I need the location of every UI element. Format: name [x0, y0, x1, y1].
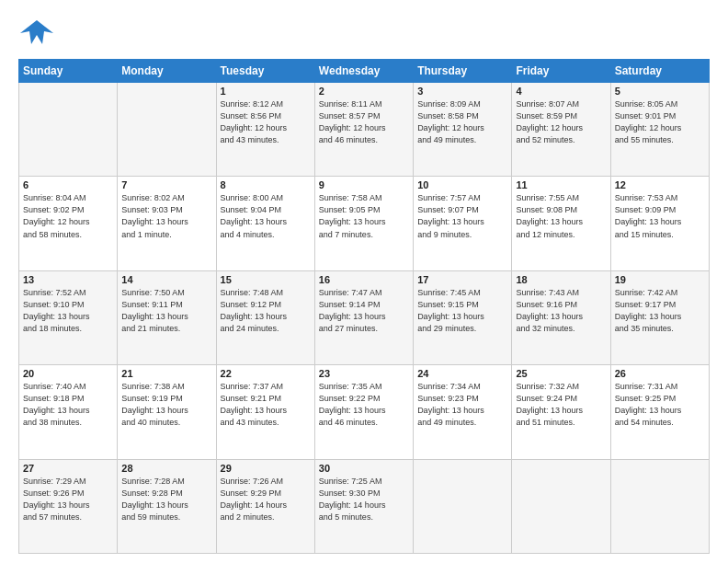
- day-info: Sunrise: 7:52 AM Sunset: 9:10 PM Dayligh…: [23, 287, 113, 335]
- calendar-cell: 29Sunrise: 7:26 AM Sunset: 9:29 PM Dayli…: [216, 459, 314, 553]
- weekday-header-saturday: Saturday: [610, 60, 709, 83]
- calendar-cell: 2Sunrise: 8:11 AM Sunset: 8:57 PM Daylig…: [314, 83, 413, 177]
- calendar-cell: 13Sunrise: 7:52 AM Sunset: 9:10 PM Dayli…: [19, 270, 118, 364]
- calendar-cell: 19Sunrise: 7:42 AM Sunset: 9:17 PM Dayli…: [610, 270, 709, 364]
- day-info: Sunrise: 7:53 AM Sunset: 9:09 PM Dayligh…: [615, 192, 705, 240]
- calendar-cell: 3Sunrise: 8:09 AM Sunset: 8:58 PM Daylig…: [414, 83, 512, 177]
- day-number: 1: [221, 86, 311, 97]
- calendar-cell: 24Sunrise: 7:34 AM Sunset: 9:23 PM Dayli…: [414, 365, 512, 459]
- day-number: 21: [121, 368, 211, 379]
- calendar-week-2: 6Sunrise: 8:04 AM Sunset: 9:02 PM Daylig…: [19, 177, 710, 270]
- calendar-cell: 20Sunrise: 7:40 AM Sunset: 9:18 PM Dayli…: [19, 365, 118, 459]
- day-info: Sunrise: 8:12 AM Sunset: 8:56 PM Dayligh…: [221, 98, 311, 146]
- day-number: 12: [615, 179, 705, 190]
- calendar-cell: [414, 459, 512, 553]
- day-info: Sunrise: 7:28 AM Sunset: 9:28 PM Dayligh…: [121, 476, 211, 523]
- day-number: 29: [221, 463, 311, 474]
- calendar-cell: 1Sunrise: 8:12 AM Sunset: 8:56 PM Daylig…: [216, 83, 314, 177]
- calendar-cell: 23Sunrise: 7:35 AM Sunset: 9:22 PM Dayli…: [314, 365, 413, 459]
- weekday-header-sunday: Sunday: [19, 60, 118, 83]
- day-info: Sunrise: 7:32 AM Sunset: 9:24 PM Dayligh…: [516, 381, 606, 429]
- calendar-cell: 14Sunrise: 7:50 AM Sunset: 9:11 PM Dayli…: [118, 270, 216, 364]
- day-number: 8: [221, 179, 311, 190]
- calendar-cell: 16Sunrise: 7:47 AM Sunset: 9:14 PM Dayli…: [314, 270, 413, 364]
- calendar-cell: 26Sunrise: 7:31 AM Sunset: 9:25 PM Dayli…: [610, 365, 709, 459]
- calendar-cell: 7Sunrise: 8:02 AM Sunset: 9:03 PM Daylig…: [118, 177, 216, 270]
- day-info: Sunrise: 7:29 AM Sunset: 9:26 PM Dayligh…: [23, 476, 113, 523]
- day-info: Sunrise: 7:31 AM Sunset: 9:25 PM Dayligh…: [615, 381, 705, 429]
- day-number: 7: [121, 179, 211, 190]
- day-info: Sunrise: 7:48 AM Sunset: 9:12 PM Dayligh…: [221, 287, 311, 335]
- day-number: 4: [516, 86, 606, 97]
- calendar-cell: 6Sunrise: 8:04 AM Sunset: 9:02 PM Daylig…: [19, 177, 118, 270]
- calendar-cell: 4Sunrise: 8:07 AM Sunset: 8:59 PM Daylig…: [512, 83, 610, 177]
- calendar-cell: 12Sunrise: 7:53 AM Sunset: 9:09 PM Dayli…: [610, 177, 709, 270]
- calendar-cell: [610, 459, 709, 553]
- day-number: 3: [417, 86, 507, 97]
- day-number: 13: [23, 274, 113, 285]
- day-info: Sunrise: 7:45 AM Sunset: 9:15 PM Dayligh…: [417, 287, 507, 335]
- day-number: 19: [615, 274, 705, 285]
- day-number: 28: [121, 463, 211, 474]
- day-info: Sunrise: 7:47 AM Sunset: 9:14 PM Dayligh…: [319, 287, 409, 335]
- day-info: Sunrise: 8:05 AM Sunset: 9:01 PM Dayligh…: [615, 98, 705, 146]
- calendar-week-1: 1Sunrise: 8:12 AM Sunset: 8:56 PM Daylig…: [19, 83, 710, 177]
- calendar-cell: [19, 83, 118, 177]
- calendar-week-3: 13Sunrise: 7:52 AM Sunset: 9:10 PM Dayli…: [19, 270, 710, 364]
- day-info: Sunrise: 8:11 AM Sunset: 8:57 PM Dayligh…: [319, 98, 409, 146]
- weekday-header-wednesday: Wednesday: [314, 60, 413, 83]
- logo: [18, 17, 59, 50]
- day-number: 9: [319, 179, 409, 190]
- calendar-cell: [118, 83, 216, 177]
- calendar-table: SundayMondayTuesdayWednesdayThursdayFrid…: [18, 59, 710, 554]
- calendar-cell: [512, 459, 610, 553]
- day-number: 24: [417, 368, 507, 379]
- day-info: Sunrise: 8:02 AM Sunset: 9:03 PM Dayligh…: [121, 192, 211, 240]
- calendar-week-5: 27Sunrise: 7:29 AM Sunset: 9:26 PM Dayli…: [19, 459, 710, 553]
- day-number: 11: [516, 179, 606, 190]
- day-info: Sunrise: 8:00 AM Sunset: 9:04 PM Dayligh…: [221, 192, 311, 240]
- day-number: 17: [417, 274, 507, 285]
- day-number: 18: [516, 274, 606, 285]
- calendar-cell: 28Sunrise: 7:28 AM Sunset: 9:28 PM Dayli…: [118, 459, 216, 553]
- calendar-cell: 8Sunrise: 8:00 AM Sunset: 9:04 PM Daylig…: [216, 177, 314, 270]
- day-info: Sunrise: 8:04 AM Sunset: 9:02 PM Dayligh…: [23, 192, 113, 240]
- day-number: 15: [221, 274, 311, 285]
- day-info: Sunrise: 8:07 AM Sunset: 8:59 PM Dayligh…: [516, 98, 606, 146]
- day-number: 20: [23, 368, 113, 379]
- day-info: Sunrise: 7:38 AM Sunset: 9:19 PM Dayligh…: [121, 381, 211, 429]
- day-info: Sunrise: 7:50 AM Sunset: 9:11 PM Dayligh…: [121, 287, 211, 335]
- calendar-cell: 18Sunrise: 7:43 AM Sunset: 9:16 PM Dayli…: [512, 270, 610, 364]
- svg-marker-0: [20, 20, 53, 44]
- day-info: Sunrise: 7:55 AM Sunset: 9:08 PM Dayligh…: [516, 192, 606, 240]
- day-info: Sunrise: 7:35 AM Sunset: 9:22 PM Dayligh…: [319, 381, 409, 429]
- calendar-cell: 27Sunrise: 7:29 AM Sunset: 9:26 PM Dayli…: [19, 459, 118, 553]
- calendar-cell: 30Sunrise: 7:25 AM Sunset: 9:30 PM Dayli…: [314, 459, 413, 553]
- day-number: 23: [319, 368, 409, 379]
- page: SundayMondayTuesdayWednesdayThursdayFrid…: [0, 0, 728, 563]
- weekday-header-tuesday: Tuesday: [216, 60, 314, 83]
- day-number: 30: [319, 463, 409, 474]
- day-info: Sunrise: 7:57 AM Sunset: 9:07 PM Dayligh…: [417, 192, 507, 240]
- logo-bird-icon: [18, 17, 55, 50]
- day-info: Sunrise: 7:42 AM Sunset: 9:17 PM Dayligh…: [615, 287, 705, 335]
- day-number: 22: [221, 368, 311, 379]
- calendar-week-4: 20Sunrise: 7:40 AM Sunset: 9:18 PM Dayli…: [19, 365, 710, 459]
- day-info: Sunrise: 7:37 AM Sunset: 9:21 PM Dayligh…: [221, 381, 311, 429]
- calendar-cell: 25Sunrise: 7:32 AM Sunset: 9:24 PM Dayli…: [512, 365, 610, 459]
- day-number: 16: [319, 274, 409, 285]
- calendar-cell: 17Sunrise: 7:45 AM Sunset: 9:15 PM Dayli…: [414, 270, 512, 364]
- day-info: Sunrise: 7:25 AM Sunset: 9:30 PM Dayligh…: [319, 476, 409, 523]
- weekday-header-thursday: Thursday: [414, 60, 512, 83]
- day-number: 14: [121, 274, 211, 285]
- calendar-cell: 22Sunrise: 7:37 AM Sunset: 9:21 PM Dayli…: [216, 365, 314, 459]
- calendar-cell: 21Sunrise: 7:38 AM Sunset: 9:19 PM Dayli…: [118, 365, 216, 459]
- day-number: 5: [615, 86, 705, 97]
- weekday-header-friday: Friday: [512, 60, 610, 83]
- day-info: Sunrise: 7:58 AM Sunset: 9:05 PM Dayligh…: [319, 192, 409, 240]
- calendar-cell: 9Sunrise: 7:58 AM Sunset: 9:05 PM Daylig…: [314, 177, 413, 270]
- calendar-cell: 11Sunrise: 7:55 AM Sunset: 9:08 PM Dayli…: [512, 177, 610, 270]
- day-info: Sunrise: 8:09 AM Sunset: 8:58 PM Dayligh…: [417, 98, 507, 146]
- weekday-header-monday: Monday: [118, 60, 216, 83]
- day-number: 10: [417, 179, 507, 190]
